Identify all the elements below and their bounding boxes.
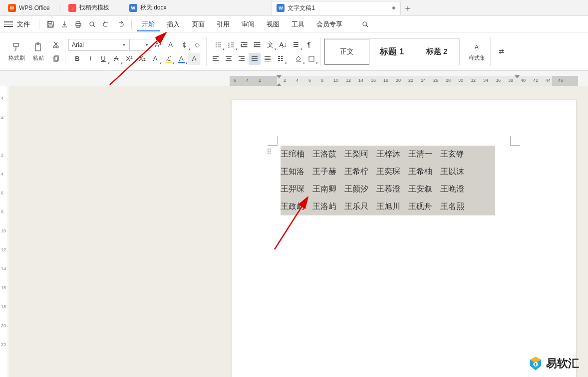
horizontal-ruler[interactable]: 6422468101214161820222426283032343638404… (230, 76, 578, 86)
text-line[interactable]: 王知洛王子赫王希柠王奕琛王希柚王以沫 (281, 163, 495, 181)
style-heading2[interactable]: 标题 2 (414, 39, 459, 65)
hamburger-icon[interactable] (4, 21, 13, 27)
search-icon[interactable] (359, 18, 371, 30)
name-cell[interactable]: 王颜汐 (344, 184, 376, 194)
shading-button[interactable]: ▾ (293, 53, 304, 65)
bold-button[interactable]: B (71, 53, 83, 65)
page[interactable]: ⠿ 王绾柚王洛苡王梨珂王梓沐王清一王玄铮王知洛王子赫王希柠王奕琛王希柚王以沫王羿… (232, 100, 576, 377)
name-cell[interactable]: 王慕澄 (376, 184, 408, 194)
style-heading1[interactable]: 标题 1 (369, 39, 414, 65)
name-cell[interactable]: 王晚澄 (440, 184, 472, 194)
italic-button[interactable]: I (84, 53, 96, 65)
document-canvas[interactable]: ⠿ 王绾柚王洛苡王梨珂王梓沐王清一王玄铮王知洛王子赫王希柠王奕琛王希柚王以沫王羿… (9, 86, 588, 377)
menu-view[interactable]: 视图 (262, 18, 285, 31)
name-cell[interactable]: 王希柠 (344, 167, 376, 177)
font-name-select[interactable]: Arial (68, 39, 128, 51)
text-effects-button[interactable]: A▾ (149, 53, 161, 65)
name-cell[interactable]: 王安叙 (408, 184, 440, 194)
show-marks-button[interactable]: ¶ (303, 39, 315, 51)
name-cell[interactable]: 王旭川 (376, 201, 408, 212)
superscript-button[interactable]: X² (123, 53, 135, 65)
styles-gallery[interactable]: 正文 标题 1 标题 2 (324, 38, 460, 65)
change-case-button[interactable]: ₵▾ (178, 39, 190, 51)
menu-reference[interactable]: 引用 (212, 18, 235, 31)
font-size-select[interactable] (129, 39, 151, 51)
tab-wps-office[interactable]: W WPS Office (3, 1, 55, 15)
decrease-font-button[interactable]: A- (165, 39, 177, 51)
redo-button[interactable] (114, 18, 126, 30)
menu-start[interactable]: 开始 (137, 17, 160, 31)
name-cell[interactable]: 王梓沐 (376, 149, 408, 160)
increase-font-button[interactable]: A+ (152, 39, 164, 51)
menu-insert[interactable]: 插入 (162, 18, 185, 31)
name-cell[interactable]: 王清一 (408, 149, 440, 160)
clear-format-button[interactable]: ◇ (191, 39, 203, 51)
name-cell[interactable]: 王子赫 (312, 167, 344, 177)
text-direction-button[interactable]: 文▾ (264, 39, 276, 51)
vertical-ruler[interactable]: 42246810121416182022 (0, 86, 8, 377)
menu-review[interactable]: 审阅 (237, 18, 260, 31)
save-button[interactable] (44, 18, 56, 30)
font-color-button[interactable]: A▾ (175, 53, 187, 65)
name-cell[interactable]: 王洛屿 (312, 201, 344, 212)
file-menu[interactable]: 文件 (17, 20, 30, 29)
style-set-button[interactable]: A̲ 样式集 (466, 37, 487, 66)
style-normal[interactable]: 正文 (324, 39, 369, 65)
sort-button[interactable]: Ą↓ (277, 39, 289, 51)
selected-text-block[interactable]: 王绾柚王洛苡王梨珂王梓沐王清一王玄铮王知洛王子赫王希柠王奕琛王希柚王以沫王羿琛王… (281, 146, 495, 215)
print-preview-button[interactable] (86, 18, 98, 30)
strikethrough-button[interactable]: A▾ (110, 53, 122, 65)
menu-tools[interactable]: 工具 (287, 18, 309, 31)
underline-button[interactable]: U▾ (97, 53, 109, 65)
decrease-indent-button[interactable] (238, 39, 250, 51)
new-tab-button[interactable]: ＋ (401, 1, 415, 15)
print-button[interactable] (72, 18, 84, 30)
name-cell[interactable]: 王绾柚 (281, 149, 312, 160)
right-indent-marker-icon[interactable] (515, 75, 520, 78)
align-distribute-button[interactable] (262, 53, 274, 65)
increase-indent-button[interactable] (251, 39, 263, 51)
export-button[interactable] (58, 18, 70, 30)
name-cell[interactable]: 王奕琛 (376, 167, 408, 177)
menu-page[interactable]: 页面 (187, 18, 210, 31)
name-cell[interactable]: 王以沫 (440, 167, 472, 177)
name-cell[interactable]: 王羿琛 (281, 184, 312, 194)
move-handle-icon[interactable]: ⠿ (267, 148, 272, 156)
character-shading-button[interactable]: A (188, 53, 200, 65)
highlight-button[interactable]: ℒ▾ (162, 53, 174, 65)
name-cell[interactable]: 王希柚 (408, 167, 440, 177)
bullet-list-button[interactable]: ▾ (212, 39, 224, 51)
name-cell[interactable]: 王梨珂 (344, 149, 376, 160)
paste-button[interactable]: 粘贴 (28, 42, 49, 62)
align-left-button[interactable] (210, 53, 222, 65)
text-line[interactable]: 王政屿王洛屿王乐只王旭川王砚舟王名熙 (281, 198, 495, 215)
undo-button[interactable] (100, 18, 112, 30)
tab-daoke[interactable]: ↓ 找稻壳模板 (63, 1, 114, 15)
align-justify-button[interactable] (249, 53, 261, 65)
subscript-button[interactable]: X₂ (136, 53, 148, 65)
copy-button[interactable] (50, 53, 62, 65)
tab-document-autumn[interactable]: W 秋天.docx (124, 1, 172, 15)
name-cell[interactable]: 王南卿 (312, 184, 344, 194)
format-painter-button[interactable]: 格式刷 (6, 37, 27, 66)
name-cell[interactable]: 王名熙 (440, 201, 472, 212)
cut-button[interactable] (50, 39, 62, 51)
indent-marker-top-icon[interactable] (277, 75, 282, 78)
border-button[interactable]: ▾ (305, 53, 317, 65)
tab-document-active[interactable]: W 文字文稿1 (271, 1, 401, 15)
find-replace-button[interactable]: ⇄ (494, 42, 509, 62)
name-cell[interactable]: 王知洛 (281, 167, 312, 177)
name-cell[interactable]: 王政屿 (281, 201, 312, 212)
text-line[interactable]: 王绾柚王洛苡王梨珂王梓沐王清一王玄铮 (281, 146, 495, 163)
text-line[interactable]: 王羿琛王南卿王颜汐王慕澄王安叙王晚澄 (281, 181, 495, 198)
paragraph-spacing-button[interactable]: ☷▾ (275, 53, 287, 65)
name-cell[interactable]: 王砚舟 (408, 201, 440, 212)
name-cell[interactable]: 王乐只 (344, 201, 376, 212)
name-cell[interactable]: 王玄铮 (440, 149, 472, 160)
align-center-button[interactable] (223, 53, 235, 65)
number-list-button[interactable]: 123▾ (225, 39, 237, 51)
menu-member[interactable]: 会员专享 (311, 18, 347, 31)
line-spacing-button[interactable]: ☰▾ (290, 39, 302, 51)
align-right-button[interactable] (236, 53, 248, 65)
name-cell[interactable]: 王洛苡 (312, 149, 344, 160)
